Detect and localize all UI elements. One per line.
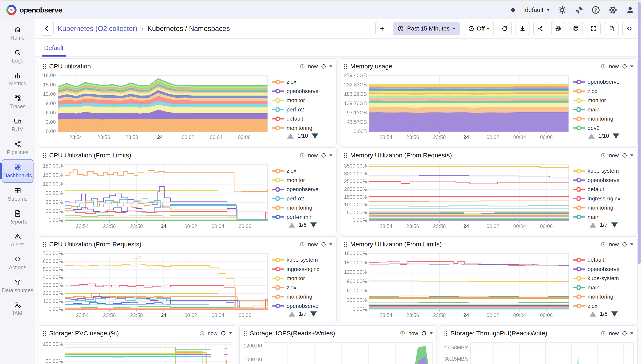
drag-handle-icon[interactable] (43, 330, 46, 336)
sidebar-item-dashboards[interactable]: Dashboards (2, 159, 34, 183)
drag-handle-icon[interactable] (344, 152, 347, 158)
share-button[interactable] (533, 22, 547, 36)
settings-gear-icon[interactable] (608, 5, 618, 14)
refresh-icon[interactable] (622, 64, 627, 69)
legend-item[interactable]: monitor (272, 176, 334, 185)
legend-item[interactable]: ziox (573, 302, 635, 311)
chevron-down-icon[interactable] (329, 154, 332, 156)
chart-canvas[interactable] (241, 340, 435, 364)
legend-item[interactable]: main (573, 212, 635, 222)
chart-canvas[interactable] (41, 73, 270, 143)
refresh-icon[interactable] (622, 330, 627, 336)
chart-canvas[interactable] (342, 162, 571, 232)
org-selector[interactable]: default (525, 6, 550, 14)
legend-item[interactable]: monitoring (272, 124, 334, 133)
chart-canvas[interactable] (342, 73, 571, 143)
export-download-button[interactable] (515, 22, 529, 36)
legend-item[interactable]: ingress-nginx (573, 194, 635, 204)
legend-page-down-icon[interactable] (613, 134, 619, 138)
brand[interactable]: openobserve (6, 5, 62, 15)
slack-icon[interactable] (575, 6, 583, 14)
legend-page-up-icon[interactable] (590, 312, 596, 316)
refresh-icon[interactable] (622, 152, 627, 158)
chart-canvas[interactable] (442, 340, 635, 364)
legend-item[interactable]: openobserve (573, 265, 635, 274)
legend-item[interactable]: ziox (573, 87, 635, 96)
query-inspector-button[interactable] (622, 22, 636, 36)
drag-handle-icon[interactable] (344, 242, 347, 247)
ai-sparkle-icon[interactable] (509, 6, 517, 14)
legend-page-down-icon[interactable] (310, 222, 317, 228)
legend-item[interactable]: main (573, 105, 635, 114)
legend-item[interactable]: ziox (272, 283, 334, 292)
legend-page-up-icon[interactable] (289, 222, 295, 228)
refresh-icon[interactable] (421, 330, 427, 336)
legend-page-down-icon[interactable] (611, 312, 618, 316)
legend-item[interactable]: default (573, 255, 635, 265)
chevron-down-icon[interactable] (630, 244, 633, 245)
legend-item[interactable]: ziox (272, 166, 334, 176)
user-profile-icon[interactable] (626, 6, 635, 14)
legend-item[interactable]: openobserve (573, 77, 635, 87)
legend-item[interactable]: monitoring (272, 292, 334, 302)
chart-canvas[interactable] (41, 162, 270, 232)
chevron-down-icon[interactable] (329, 244, 332, 245)
dashboard-settings-button[interactable] (551, 22, 565, 36)
legend-page-down-icon[interactable] (310, 312, 317, 316)
tab-default[interactable]: Default (42, 44, 66, 56)
legend-item[interactable]: kube-system (573, 274, 635, 283)
legend-page-down-icon[interactable] (611, 222, 618, 228)
legend-page-up-icon[interactable] (287, 134, 294, 138)
drag-handle-icon[interactable] (444, 330, 447, 336)
print-button[interactable] (569, 22, 583, 36)
sidebar-item-metrics[interactable]: Metrics (0, 68, 35, 90)
legend-item[interactable]: monitor (573, 96, 635, 105)
sidebar-item-rum[interactable]: RUM (0, 113, 35, 136)
legend-item[interactable]: kube-system (573, 166, 635, 176)
chevron-down-icon[interactable] (430, 332, 433, 334)
legend-item[interactable]: openobserve (272, 185, 334, 194)
chevron-down-icon[interactable] (630, 66, 633, 68)
drag-handle-icon[interactable] (43, 64, 46, 69)
drag-handle-icon[interactable] (244, 330, 247, 336)
add-panel-button[interactable] (375, 22, 389, 36)
auto-refresh-selector[interactable]: Off (464, 22, 494, 36)
legend-item[interactable]: ingress-nginx (272, 265, 334, 274)
theme-toggle-icon[interactable] (558, 6, 567, 14)
legend-page-up-icon[interactable] (289, 312, 295, 316)
refresh-icon[interactable] (321, 242, 326, 247)
refresh-icon[interactable] (622, 242, 627, 247)
chart-canvas[interactable] (41, 340, 234, 364)
chevron-down-icon[interactable] (630, 332, 633, 334)
drag-handle-icon[interactable] (344, 64, 347, 69)
legend-page-up-icon[interactable] (588, 134, 594, 138)
sidebar-item-traces[interactable]: Traces (0, 90, 35, 113)
legend-item[interactable]: ziox (272, 77, 334, 87)
legend-item[interactable]: monitor (272, 96, 334, 105)
chevron-down-icon[interactable] (229, 332, 232, 334)
legend-item[interactable]: perf-o2 (272, 105, 334, 114)
drag-handle-icon[interactable] (43, 242, 46, 247)
time-range-selector[interactable]: Past 15 Minutes (393, 22, 460, 36)
chevron-down-icon[interactable] (630, 154, 633, 156)
legend-item[interactable]: openobserve (573, 176, 635, 185)
json-view-button[interactable] (604, 22, 618, 36)
legend-item[interactable]: monitoring (272, 203, 334, 212)
sidebar-item-actions[interactable]: Actions (0, 252, 35, 274)
legend-item[interactable]: monitoring (573, 292, 635, 302)
refresh-icon[interactable] (220, 330, 226, 336)
fullscreen-button[interactable] (587, 22, 601, 36)
refresh-icon[interactable] (321, 64, 326, 69)
chevron-down-icon[interactable] (329, 66, 332, 68)
legend-item[interactable]: kube-system (272, 255, 334, 265)
legend-page-down-icon[interactable] (312, 134, 318, 138)
legend-page-up-icon[interactable] (590, 222, 596, 228)
sidebar-item-streams[interactable]: Streams (0, 183, 35, 206)
legend-item[interactable]: dev2 (573, 124, 635, 133)
chart-canvas[interactable] (41, 251, 270, 321)
back-button[interactable] (40, 22, 54, 36)
legend-item[interactable]: openobserve (272, 87, 334, 96)
refresh-icon[interactable] (321, 152, 326, 158)
legend-item[interactable]: openobserve (272, 302, 334, 311)
sidebar-item-home[interactable]: Home (0, 22, 35, 45)
